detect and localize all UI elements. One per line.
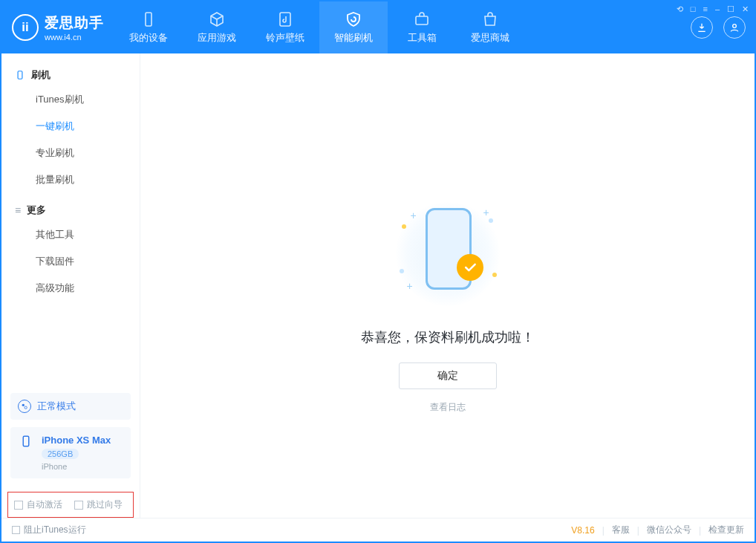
checkbox-block-itunes[interactable]: 阻止iTunes运行 (12, 524, 86, 536)
tab-my-device[interactable]: 我的设备 (114, 1, 183, 53)
svg-rect-7 (23, 436, 29, 446)
check-badge-icon (457, 254, 483, 281)
device-name: iPhone XS Max (42, 435, 111, 446)
download-manager-button[interactable] (691, 16, 713, 39)
nav-item-oneclick-flash[interactable]: 一键刷机 (1, 113, 140, 140)
version-label: V8.16 (571, 525, 594, 536)
account-button[interactable] (723, 16, 746, 39)
footer-right: V8.16 | 客服 | 微信公众号 | 检查更新 (571, 524, 744, 536)
nav-item-pro-flash[interactable]: 专业刷机 (1, 140, 140, 166)
device-box[interactable]: iPhone XS Max 256GB iPhone (10, 427, 131, 478)
svg-rect-1 (280, 13, 290, 26)
mode-status-icon (18, 400, 31, 413)
success-illustration: +++ (388, 195, 507, 313)
ok-button[interactable]: 确定 (399, 362, 497, 389)
tab-toolbox[interactable]: 工具箱 (388, 1, 456, 53)
checkbox-skip-guide[interactable]: 跳过向导 (74, 498, 123, 511)
nav-section-flash: 刷机 iTunes刷机 一键刷机 专业刷机 批量刷机 (1, 64, 140, 193)
device-type: iPhone (42, 462, 111, 471)
checkbox-box-icon (14, 501, 23, 510)
brand: ii 爱思助手 www.i4.cn (1, 1, 114, 53)
checkbox-box-icon (74, 501, 83, 510)
view-log-link[interactable]: 查看日志 (430, 401, 466, 414)
nav-section-label: 刷机 (31, 68, 50, 82)
checkbox-box-icon (12, 526, 20, 534)
sidebar-nav: 刷机 iTunes刷机 一键刷机 专业刷机 批量刷机 ≡ 更多 其他工具 下载固… (1, 53, 140, 308)
content-area: +++ 恭喜您，保资料刷机成功啦！ 确定 查看日志 (140, 53, 755, 518)
tab-ringtone-wallpaper[interactable]: 铃声壁纸 (251, 1, 319, 53)
checkbox-label: 自动激活 (27, 498, 62, 511)
menu-icon: ≡ (15, 204, 21, 216)
nav-item-download-firmware[interactable]: 下载固件 (1, 248, 140, 275)
checkbox-label: 阻止iTunes运行 (24, 524, 86, 536)
svg-rect-0 (146, 13, 151, 26)
footer-link-wechat[interactable]: 微信公众号 (647, 524, 691, 536)
checkbox-auto-activate[interactable]: 自动激活 (14, 498, 62, 511)
svg-point-3 (733, 25, 737, 28)
nav-item-other-tools[interactable]: 其他工具 (1, 221, 140, 248)
music-file-icon (276, 10, 294, 28)
sidebar: 刷机 iTunes刷机 一键刷机 专业刷机 批量刷机 ≡ 更多 其他工具 下载固… (1, 53, 140, 518)
brand-logo-icon: ii (12, 14, 39, 41)
main-tabs: 我的设备 应用游戏 铃声壁纸 智能刷机 工具箱 爱思商城 (114, 1, 524, 53)
device-capacity: 256GB (42, 449, 79, 459)
success-message: 恭喜您，保资料刷机成功啦！ (361, 328, 535, 346)
win-menu-icon[interactable]: ≡ (703, 4, 707, 14)
win-maximize-icon[interactable]: ☐ (727, 4, 734, 14)
nav-item-batch-flash[interactable]: 批量刷机 (1, 166, 140, 193)
device-panel: 正常模式 iPhone XS Max 256GB iPhone (1, 386, 140, 486)
svg-rect-2 (416, 16, 428, 25)
tab-label: 爱思商城 (471, 31, 509, 45)
checkbox-label: 跳过向导 (87, 498, 123, 511)
nav-item-itunes-flash[interactable]: iTunes刷机 (1, 86, 140, 113)
tab-label: 智能刷机 (334, 31, 373, 45)
tab-apps-games[interactable]: 应用游戏 (183, 1, 251, 53)
shield-refresh-icon (345, 10, 362, 28)
footer-link-support[interactable]: 客服 (612, 524, 630, 536)
mode-box[interactable]: 正常模式 (10, 393, 131, 420)
phone-icon (15, 70, 25, 80)
bag-icon (481, 10, 499, 28)
tab-flash[interactable]: 智能刷机 (319, 1, 388, 53)
win-sync-icon[interactable]: ⟲ (677, 4, 683, 14)
footer: 阻止iTunes运行 V8.16 | 客服 | 微信公众号 | 检查更新 (1, 518, 755, 542)
nav-section-title-more: ≡ 更多 (1, 199, 140, 221)
svg-point-6 (25, 406, 27, 409)
main-area: 刷机 iTunes刷机 一键刷机 专业刷机 批量刷机 ≡ 更多 其他工具 下载固… (1, 53, 755, 518)
tab-label: 应用游戏 (198, 31, 236, 45)
mode-label: 正常模式 (37, 400, 76, 413)
win-minimize-icon[interactable]: – (715, 4, 720, 14)
nav-section-title-flash: 刷机 (1, 64, 140, 86)
tab-label: 工具箱 (408, 31, 437, 45)
svg-point-5 (22, 404, 25, 406)
svg-rect-4 (18, 71, 22, 79)
footer-link-update[interactable]: 检查更新 (708, 524, 744, 536)
win-close-icon[interactable]: ✕ (742, 4, 749, 14)
tab-store[interactable]: 爱思商城 (456, 1, 524, 53)
device-phone-icon (19, 435, 34, 449)
brand-title: 爱思助手 (45, 13, 104, 33)
cube-icon (208, 10, 226, 28)
nav-section-label: 更多 (27, 204, 46, 217)
nav-item-advanced[interactable]: 高级功能 (1, 275, 140, 302)
brand-subtitle: www.i4.cn (45, 33, 104, 42)
nav-section-more: ≡ 更多 其他工具 下载固件 高级功能 (1, 199, 140, 302)
auto-options-row: 自动激活 跳过向导 (7, 492, 134, 518)
toolbox-icon (413, 10, 431, 28)
device-icon (140, 10, 157, 28)
tab-label: 我的设备 (129, 31, 168, 45)
window-controls: ⟲ □ ≡ – ☐ ✕ (677, 4, 749, 14)
titlebar: ⟲ □ ≡ – ☐ ✕ ii 爱思助手 www.i4.cn 我的设备 应用游戏 … (1, 1, 755, 53)
win-feedback-icon[interactable]: □ (691, 4, 696, 14)
tab-label: 铃声壁纸 (266, 31, 304, 45)
